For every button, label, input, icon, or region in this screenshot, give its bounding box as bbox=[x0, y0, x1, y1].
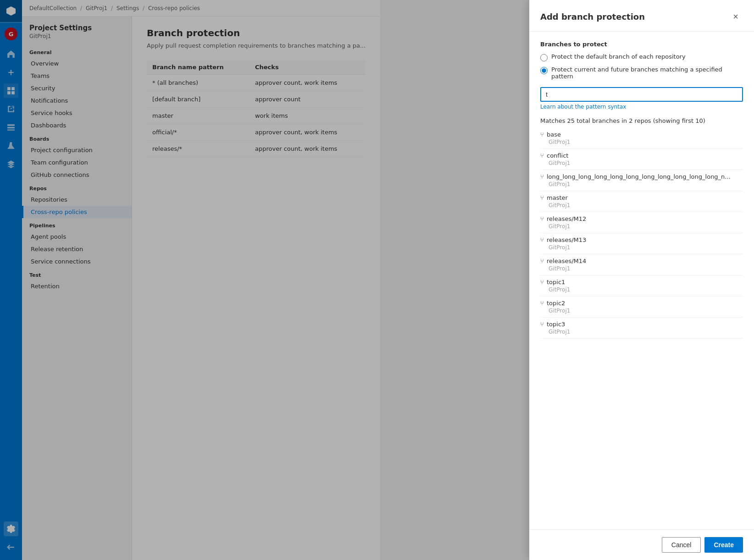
dialog-backdrop[interactable] bbox=[0, 0, 380, 560]
